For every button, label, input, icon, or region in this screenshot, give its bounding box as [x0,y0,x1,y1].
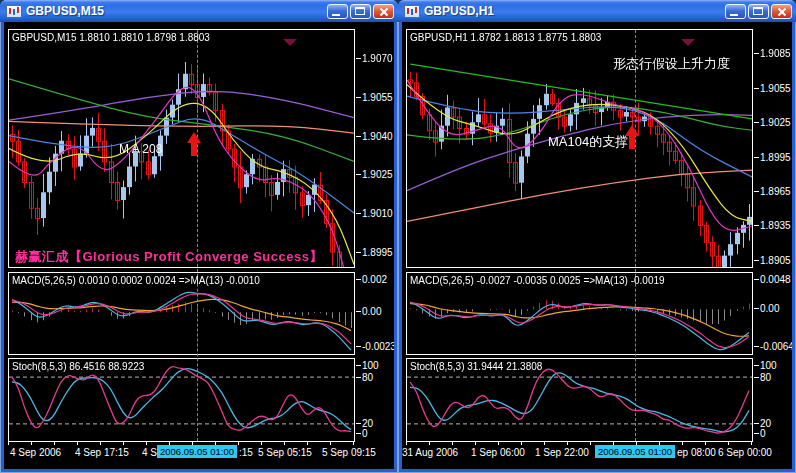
ohlc-readout: GBPUSD,M15 1.8810 1.8810 1.8798 1.8803 [12,32,210,43]
macd-pane[interactable]: MACD(5,26,5) 0.0010 0.0002 0.0024 =>MA(1… [8,272,355,355]
close-button[interactable] [373,4,394,19]
time-axis-label: :15 [239,447,253,458]
minimize-button[interactable] [725,4,746,19]
price-tick-label: 1.9010 [362,208,393,219]
up-arrow-annotation [625,125,639,150]
maximize-button[interactable] [350,4,371,19]
chart-body: GBPUSD,H1 1.8782 1.8813 1.8775 1.8803 形态… [402,22,792,469]
macd-tick-label: 0.0048 [760,274,791,285]
macd-tick-label: -0.0023 [362,341,394,352]
stoch-tick-label: 100 [362,360,379,371]
chart-icon [404,5,420,18]
price-pane[interactable]: GBPUSD,H1 1.8782 1.8813 1.8775 1.8803 形态… [406,29,753,268]
stochastic-pane[interactable]: Stoch(8,5,3) 86.4516 88.9223 [8,358,355,442]
stoch-tick-label: 0 [362,428,368,439]
time-ticks [406,442,753,445]
sell-marker-icon [283,39,297,46]
macd-tick-label: -0.0064 [760,341,792,352]
stochastic-pane[interactable]: Stoch(8,5,3) 31.9444 21.3808 [406,358,753,442]
brand-watermark: 赫赢汇成【Glorious Profit Converge Success】 [15,248,323,266]
price-tick-label: 1.9085 [760,48,791,59]
ma208-label: M A 208 [119,142,162,156]
price-chart-canvas[interactable] [9,30,354,267]
minimize-button[interactable] [327,4,348,19]
price-tick-label: 1.9070 [362,53,393,64]
stoch-tick-label: 80 [760,372,771,383]
macd-tick-label: 0.002 [362,274,387,285]
time-axis-label: 1 Sep 06:00 [471,447,525,458]
stochastic-readout: Stoch(8,5,3) 86.4516 88.9223 [12,361,144,372]
maximize-button[interactable] [748,4,769,19]
pattern-annotation: 形态行假设上升力度 [613,55,730,73]
chart-window-h1: GBPUSD,H1 GBPUSD,H1 1.8782 1.8813 1.8775… [398,0,796,473]
crosshair-time-badge: 2006.09.05 01:00 [157,445,237,458]
price-tick-label: 1.8965 [760,186,791,197]
macd-pane[interactable]: MACD(5,26,5) -0.0027 -0.0035 0.0025 =>MA… [406,272,753,355]
price-pane[interactable]: GBPUSD,M15 1.8810 1.8810 1.8798 1.8803 M… [8,29,355,268]
time-axis-label: 5 Sep 05:15 [258,447,312,458]
stoch-tick-label: 80 [362,372,373,383]
macd-readout: MACD(5,26,5) -0.0027 -0.0035 0.0025 =>MA… [410,275,665,286]
chart-icon [6,5,22,18]
ma104-label: MA104的支撑 [548,133,628,151]
time-axis-label: 31 Aug 2006 [402,447,458,458]
stochastic-readout: Stoch(8,5,3) 31.9444 21.3808 [410,361,542,372]
time-axis-label: 4 Sep 17:15 [75,447,129,458]
time-axis-label: 5 Sep 09:15 [322,447,376,458]
stoch-tick-label: 0 [760,428,766,439]
price-tick-label: 1.9025 [362,169,393,180]
price-tick-label: 1.8905 [760,255,791,266]
crosshair-line [197,30,198,441]
price-tick-label: 1.8995 [362,247,393,258]
ohlc-readout: GBPUSD,H1 1.8782 1.8813 1.8775 1.8803 [410,32,601,43]
crosshair-time-badge: 2006.09.05 01:00 [595,445,675,458]
price-tick-label: 1.8995 [760,152,791,163]
price-tick-label: 1.9040 [362,131,393,142]
time-axis-label: 1 Sep 22:00 [535,447,589,458]
time-axis-label: 6 Sep 00:00 [718,447,772,458]
price-tick-label: 1.8935 [760,220,791,231]
titlebar[interactable]: GBPUSD,M15 [0,0,398,22]
mdi-workspace: GBPUSD,M15 GBPUSD,M15 1.8810 1.8810 1.87… [0,0,796,473]
macd-tick-label: 0.00 [362,306,381,317]
macd-tick-label: 0.00 [760,303,779,314]
price-tick-label: 1.9025 [760,117,791,128]
chart-window-m15: GBPUSD,M15 GBPUSD,M15 1.8810 1.8810 1.87… [0,0,398,473]
time-axis-label: 4 Sep 2006 [10,447,61,458]
up-arrow-annotation [187,132,201,157]
macd-readout: MACD(5,26,5) 0.0010 0.0002 0.0024 =>MA(1… [12,275,260,286]
window-title: GBPUSD,M15 [26,4,327,18]
titlebar[interactable]: GBPUSD,H1 [398,0,796,22]
time-axis-label: ep 08:00 [677,447,716,458]
sell-marker-icon [681,39,695,46]
chart-body: GBPUSD,M15 1.8810 1.8810 1.8798 1.8803 M… [4,22,394,469]
price-tick-label: 1.9055 [362,92,393,103]
window-title: GBPUSD,H1 [424,4,725,18]
stoch-tick-label: 100 [760,360,777,371]
crosshair-line [635,30,636,441]
close-button[interactable] [771,4,792,19]
price-tick-label: 1.9055 [760,83,791,94]
